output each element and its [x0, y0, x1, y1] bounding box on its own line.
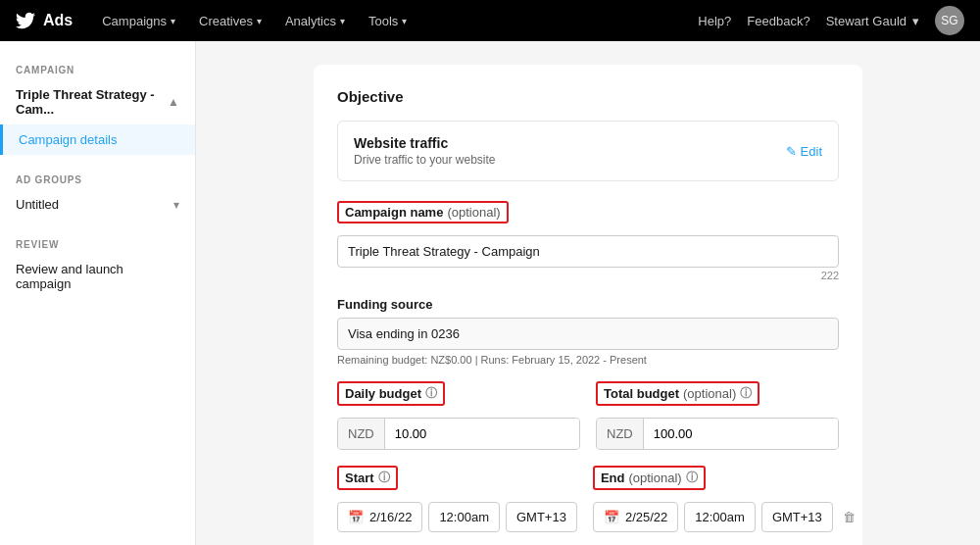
- sidebar-section-adgroups: AD GROUPS: [0, 167, 195, 189]
- info-icon: ⓘ: [686, 470, 698, 486]
- avatar[interactable]: SG: [935, 6, 964, 35]
- end-date-picker[interactable]: 📅 2/25/22: [593, 502, 678, 532]
- objective-info: Website traffic Drive traffic to your we…: [354, 135, 496, 167]
- chevron-down-icon: ▾: [171, 16, 175, 26]
- sidebar-campaign-details[interactable]: Campaign details: [0, 124, 195, 155]
- topnav-right: Help? Feedback? Stewart Gauld ▾ SG: [698, 6, 964, 35]
- budget-row: Daily budget ⓘ NZD Total budget (optiona…: [337, 381, 839, 450]
- help-link[interactable]: Help?: [698, 14, 731, 28]
- start-field: Start ⓘ 📅 2/16/22 12:00am GM: [337, 466, 577, 532]
- brand-name: Ads: [43, 12, 73, 29]
- content-card: Objective Website traffic Drive traffic …: [314, 65, 862, 545]
- start-date-group: 📅 2/16/22 12:00am GMT+13: [337, 502, 577, 532]
- info-icon: ⓘ: [740, 385, 752, 402]
- total-budget-currency: NZD: [597, 419, 644, 449]
- end-label-box: End (optional) ⓘ: [593, 466, 706, 490]
- chevron-up-icon: ▲: [168, 95, 179, 109]
- objective-title: Objective: [337, 88, 839, 105]
- edit-icon: ✎: [786, 144, 797, 159]
- char-count: 222: [337, 270, 839, 281]
- chevron-down-icon: ▾: [257, 16, 262, 26]
- daily-budget-currency: NZD: [338, 419, 385, 449]
- user-menu[interactable]: Stewart Gauld ▾: [826, 14, 919, 28]
- brand-logo[interactable]: Ads: [16, 11, 73, 30]
- sidebar-review-launch[interactable]: Review and launch campaign: [0, 254, 195, 299]
- chevron-down-icon: ▾: [402, 16, 407, 26]
- daily-budget-input-group: NZD: [337, 418, 580, 450]
- start-date-picker[interactable]: 📅 2/16/22: [337, 502, 422, 532]
- chevron-down-icon: ▾: [173, 198, 179, 212]
- objective-name: Website traffic: [354, 135, 496, 151]
- campaign-name-label-box: Campaign name (optional): [337, 201, 509, 223]
- objective-description: Drive traffic to your website: [354, 153, 496, 167]
- nav-tools[interactable]: Tools ▾: [359, 8, 416, 34]
- daily-budget-label-box: Daily budget ⓘ: [337, 381, 445, 406]
- nav-campaigns[interactable]: Campaigns ▾: [92, 8, 185, 34]
- sidebar-adgroup-item[interactable]: Untitled ▾: [0, 189, 195, 220]
- daily-budget-input[interactable]: [385, 419, 579, 449]
- info-icon: ⓘ: [425, 385, 437, 402]
- delete-end-date-icon[interactable]: 🗑: [843, 510, 856, 524]
- total-budget-label-box: Total budget (optional) ⓘ: [596, 381, 760, 406]
- start-time-picker[interactable]: 12:00am: [428, 502, 500, 532]
- end-timezone[interactable]: GMT+13: [761, 502, 833, 532]
- chevron-down-icon: ▾: [340, 16, 345, 26]
- calendar-icon: 📅: [348, 510, 364, 524]
- main-nav: Campaigns ▾ Creatives ▾ Analytics ▾ Tool…: [92, 8, 678, 34]
- edit-objective-button[interactable]: ✎ Edit: [786, 144, 822, 159]
- nav-creatives[interactable]: Creatives ▾: [189, 8, 271, 34]
- total-budget-field: Total budget (optional) ⓘ NZD: [596, 381, 839, 450]
- start-timezone[interactable]: GMT+13: [506, 502, 577, 532]
- info-icon: ⓘ: [378, 470, 390, 486]
- end-date-group: 📅 2/25/22 12:00am GMT+13 🗑: [593, 502, 856, 532]
- main-content: Objective Website traffic Drive traffic …: [196, 41, 980, 545]
- funding-source-select[interactable]: Visa ending in 0236: [337, 318, 839, 350]
- calendar-icon: 📅: [604, 510, 619, 524]
- remaining-budget-text: Remaining budget: NZ$0.00 | Runs: Februa…: [337, 354, 839, 366]
- sidebar-campaign-item[interactable]: Triple Threat Strategy - Cam... ▲: [0, 79, 195, 124]
- funding-source-field: Funding source Visa ending in 0236 Remai…: [337, 297, 839, 366]
- sidebar-section-campaign: CAMPAIGN: [0, 57, 195, 79]
- feedback-link[interactable]: Feedback?: [747, 14, 809, 28]
- app-layout: CAMPAIGN Triple Threat Strategy - Cam...…: [0, 41, 980, 545]
- chevron-down-icon: ▾: [912, 14, 919, 28]
- campaign-name-input[interactable]: [337, 235, 839, 268]
- funding-source-label: Funding source: [337, 297, 839, 312]
- start-label-box: Start ⓘ: [337, 466, 398, 490]
- end-field: End (optional) ⓘ 📅 2/25/22 12:00am: [593, 466, 856, 532]
- sidebar: CAMPAIGN Triple Threat Strategy - Cam...…: [0, 41, 196, 545]
- date-row: Start ⓘ 📅 2/16/22 12:00am GM: [337, 466, 839, 532]
- total-budget-input-group: NZD: [596, 418, 839, 450]
- end-time-picker[interactable]: 12:00am: [684, 502, 756, 532]
- objective-box: Website traffic Drive traffic to your we…: [337, 121, 839, 181]
- sidebar-section-review: REVIEW: [0, 231, 195, 254]
- campaign-name-field: Campaign name (optional) 222: [337, 201, 839, 281]
- nav-analytics[interactable]: Analytics ▾: [275, 8, 355, 34]
- total-budget-input[interactable]: [644, 419, 838, 449]
- daily-budget-field: Daily budget ⓘ NZD: [337, 381, 580, 450]
- topnav: Ads Campaigns ▾ Creatives ▾ Analytics ▾ …: [0, 0, 980, 41]
